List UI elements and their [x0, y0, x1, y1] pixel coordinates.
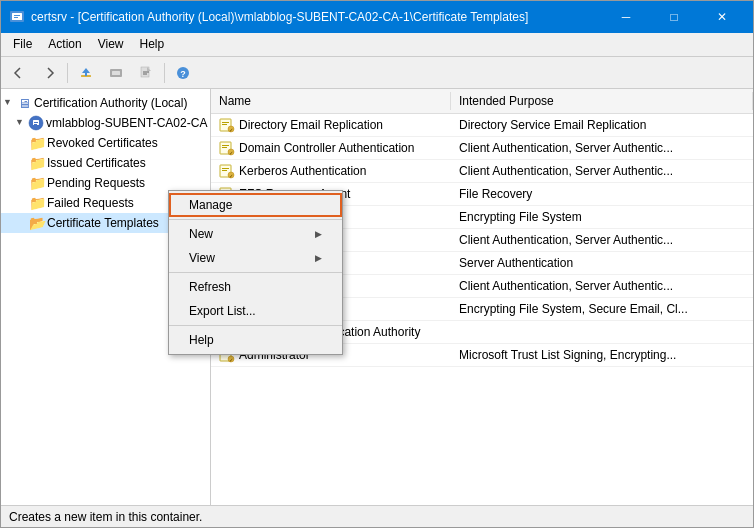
ctx-sep-3	[169, 325, 342, 326]
ctx-export-label: Export List...	[189, 304, 256, 318]
svg-text:?: ?	[180, 69, 186, 79]
forward-button[interactable]	[35, 60, 63, 86]
ctx-sep-1	[169, 219, 342, 220]
cell-name-2: ✓ Kerberos Authentication	[211, 162, 451, 180]
tree-root-label: Certification Authority (Local)	[34, 96, 187, 110]
folder-icon-revoked: 📁	[29, 135, 45, 151]
svg-rect-6	[112, 71, 120, 75]
svg-rect-15	[34, 124, 37, 125]
tree-ca-label: vmlabblog-SUBENT-CA02-CA	[46, 116, 207, 130]
cell-name-1: ✓ Domain Controller Authentication	[211, 139, 451, 157]
cell-purpose-3: File Recovery	[451, 186, 753, 202]
svg-rect-23	[222, 147, 227, 148]
main-window: certsrv - [Certification Authority (Loca…	[0, 0, 754, 528]
cell-name-0: ✓ Directory Email Replication	[211, 116, 451, 134]
ctx-sep-2	[169, 272, 342, 273]
ctx-refresh-label: Refresh	[189, 280, 231, 294]
ctx-help-label: Help	[189, 333, 214, 347]
svg-rect-27	[222, 168, 229, 169]
folder-icon-templates: 📂	[29, 215, 45, 231]
context-menu: Manage New ▶ View ▶ Refresh Export List.…	[168, 190, 343, 355]
ctx-view-arrow: ▶	[315, 253, 322, 263]
svg-text:✓: ✓	[229, 357, 233, 363]
svg-rect-3	[14, 17, 18, 18]
up-button[interactable]	[72, 60, 100, 86]
ctx-new-arrow: ▶	[315, 229, 322, 239]
svg-rect-28	[222, 170, 227, 171]
svg-rect-1	[12, 13, 22, 20]
svg-text:✓: ✓	[229, 150, 233, 156]
menu-bar: File Action View Help	[1, 33, 753, 57]
svg-rect-22	[222, 145, 229, 146]
refresh-button[interactable]	[102, 60, 130, 86]
ctx-new-label: New	[189, 227, 213, 241]
cell-purpose-8: Encrypting File System, Secure Email, Cl…	[451, 301, 753, 317]
cell-purpose-6: Server Authentication	[451, 255, 753, 271]
ctx-manage-label: Manage	[189, 198, 232, 212]
ctx-help[interactable]: Help	[169, 328, 342, 352]
list-item[interactable]: ✓ Kerberos Authentication Client Authent…	[211, 160, 753, 183]
export-button[interactable]	[132, 60, 160, 86]
app-icon	[9, 9, 25, 25]
cert-icon-1: ✓	[219, 140, 235, 156]
list-header: Name Intended Purpose	[211, 89, 753, 114]
svg-rect-17	[222, 122, 229, 123]
menu-view[interactable]: View	[90, 35, 132, 54]
col-header-purpose[interactable]: Intended Purpose	[451, 92, 753, 110]
tree-issued-label: Issued Certificates	[47, 156, 146, 170]
title-bar-left: certsrv - [Certification Authority (Loca…	[9, 9, 528, 25]
ctx-view[interactable]: View ▶	[169, 246, 342, 270]
menu-file[interactable]: File	[5, 35, 40, 54]
back-button[interactable]	[5, 60, 33, 86]
cell-purpose-1: Client Authentication, Server Authentic.…	[451, 140, 753, 156]
cert-icon-2: ✓	[219, 163, 235, 179]
list-item[interactable]: ✓ Domain Controller Authentication Clien…	[211, 137, 753, 160]
menu-help[interactable]: Help	[132, 35, 173, 54]
tree-issued[interactable]: 📁 Issued Certificates	[1, 153, 210, 173]
tree-root[interactable]: ▼ 🖥 Certification Authority (Local)	[1, 93, 210, 113]
status-bar: Creates a new item in this container.	[1, 505, 753, 527]
folder-icon-pending: 📁	[29, 175, 45, 191]
window-title: certsrv - [Certification Authority (Loca…	[31, 10, 528, 24]
ctx-refresh[interactable]: Refresh	[169, 275, 342, 299]
ctx-manage[interactable]: Manage	[169, 193, 342, 217]
toolbar-separator-1	[67, 63, 68, 83]
main-area: ▼ 🖥 Certification Authority (Local) ▼ vm…	[1, 89, 753, 505]
maximize-button[interactable]: □	[651, 4, 697, 30]
cell-purpose-4: Encrypting File System	[451, 209, 753, 225]
cert-icon-0: ✓	[219, 117, 235, 133]
folder-icon-issued: 📁	[29, 155, 45, 171]
status-text: Creates a new item in this container.	[9, 510, 202, 524]
svg-rect-2	[14, 15, 20, 16]
cell-purpose-5: Client Authentication, Server Authentic.…	[451, 232, 753, 248]
svg-rect-18	[222, 124, 227, 125]
svg-text:✓: ✓	[229, 127, 233, 133]
minimize-button[interactable]: ─	[603, 4, 649, 30]
svg-rect-14	[34, 122, 38, 123]
svg-text:✓: ✓	[229, 173, 233, 179]
ctx-export[interactable]: Export List...	[169, 299, 342, 323]
ctx-new[interactable]: New ▶	[169, 222, 342, 246]
title-bar-controls: ─ □ ✕	[603, 4, 745, 30]
ca-expand-icon: ▼	[15, 117, 27, 129]
tree-ca-node[interactable]: ▼ vmlabblog-SUBENT-CA02-CA	[1, 113, 210, 133]
tree-failed-label: Failed Requests	[47, 196, 134, 210]
cert-auth-icon: 🖥	[16, 95, 32, 111]
toolbar: ?	[1, 57, 753, 89]
tree-templates-label: Certificate Templates	[47, 216, 159, 230]
cell-purpose-0: Directory Service Email Replication	[451, 117, 753, 133]
tree-pending-label: Pending Requests	[47, 176, 145, 190]
tree-revoked[interactable]: 📁 Revoked Certificates	[1, 133, 210, 153]
cell-purpose-7: Client Authentication, Server Authentic.…	[451, 278, 753, 294]
col-header-name[interactable]: Name	[211, 92, 451, 110]
toolbar-separator-2	[164, 63, 165, 83]
list-item[interactable]: ✓ Directory Email Replication Directory …	[211, 114, 753, 137]
tree-revoked-label: Revoked Certificates	[47, 136, 158, 150]
menu-action[interactable]: Action	[40, 35, 89, 54]
help-toolbar-button[interactable]: ?	[169, 60, 197, 86]
ctx-view-label: View	[189, 251, 215, 265]
close-button[interactable]: ✕	[699, 4, 745, 30]
cell-purpose-10: Microsoft Trust List Signing, Encrypting…	[451, 347, 753, 363]
title-bar: certsrv - [Certification Authority (Loca…	[1, 1, 753, 33]
ca-icon	[28, 115, 44, 131]
